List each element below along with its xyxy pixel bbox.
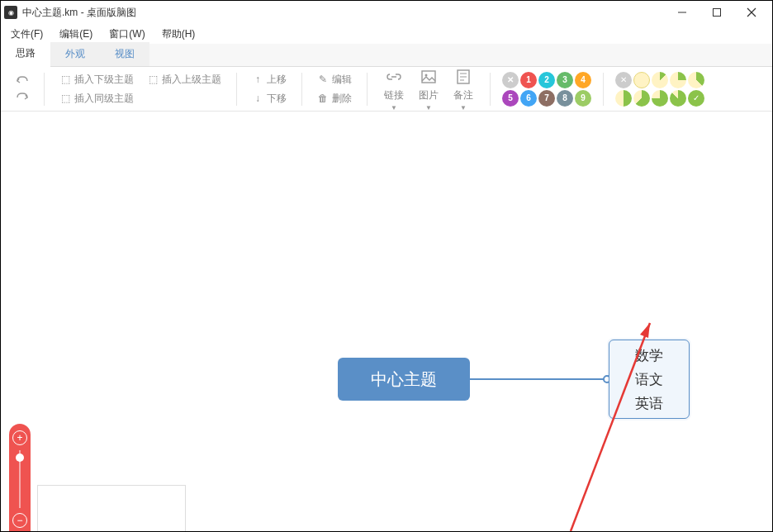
chevron-down-icon: ▼ [425,104,432,112]
delete-label: 删除 [332,92,352,106]
link-icon [384,67,404,87]
move-down-label: 下移 [267,92,287,106]
note-button[interactable]: 备注▼ [448,65,478,113]
badge-3[interactable]: 3 [557,72,573,88]
svg-marker-11 [640,323,650,338]
insert-child-label: 插入下级主题 [74,73,134,87]
move-up-button[interactable]: ↑上移 [249,71,290,88]
central-node-label: 中心主题 [371,368,437,391]
pie-0[interactable] [633,72,650,88]
insert-parent-icon: ⬚ [147,74,159,85]
app-icon: ◉ [4,6,17,19]
svg-rect-4 [422,71,435,83]
badge-6[interactable]: 6 [520,90,537,107]
status-panel [37,485,186,531]
close-button[interactable] [734,1,769,24]
central-node[interactable]: 中心主题 [338,358,470,401]
tab-appearance[interactable]: 外观 [50,42,100,66]
zoom-thumb[interactable] [16,454,24,462]
insert-child-button[interactable]: ⬚插入下级主题 [56,71,137,88]
minimize-button[interactable] [665,1,699,24]
svg-line-10 [571,323,650,531]
maximize-button[interactable] [699,1,734,24]
separator [490,73,491,106]
trash-icon: 🗑 [317,93,329,104]
insert-sibling-label: 插入同级主题 [74,92,134,106]
badge-4[interactable]: 4 [575,72,591,88]
move-up-label: 上移 [267,73,287,87]
arrow-up-icon: ↑ [252,74,263,85]
zoom-in-button[interactable]: + [12,430,27,445]
menu-help[interactable]: 帮助(H) [157,26,201,43]
chevron-down-icon: ▼ [460,104,467,112]
image-icon [419,67,439,87]
badge-1[interactable]: 1 [520,72,537,88]
insert-child-icon: ⬚ [59,74,71,85]
window-controls [665,1,769,24]
tabbar: 思路 外观 视图 [1,44,772,67]
edit-icon: ✎ [317,74,329,85]
pie-25[interactable] [670,72,686,88]
edit-label: 编辑 [332,73,352,87]
separator [44,73,45,106]
pie-62[interactable] [633,90,650,107]
pie-75[interactable] [652,90,668,107]
image-label: 图片 [419,88,439,102]
titlebar: ◉ 中心主题.km - 桌面版脑图 [1,1,772,24]
toolbar: ⬚插入下级主题 ⬚插入上级主题 ⬚插入同级主题 ↑上移 ↓下移 ✎编辑 🗑删除 … [1,67,772,112]
chevron-down-icon: ▼ [391,104,397,112]
note-label: 备注 [453,88,473,102]
note-icon [453,67,473,87]
arrow-down-icon: ↓ [252,93,263,104]
badge-7[interactable]: 7 [538,90,555,107]
pie-12[interactable] [652,72,668,88]
svg-rect-1 [714,9,721,17]
insert-sibling-icon: ⬚ [59,93,71,104]
menu-file[interactable]: 文件(F) [6,26,48,43]
redo-button[interactable] [12,90,32,105]
separator [236,73,237,106]
pie-100[interactable]: ✓ [688,90,704,107]
mindmap-canvas[interactable]: 中心主题 数学 语文 英语 + − [1,112,772,531]
zoom-out-button[interactable]: − [12,513,27,528]
move-down-button[interactable]: ↓下移 [249,90,290,107]
window-title: 中心主题.km - 桌面版脑图 [22,6,665,20]
pie-50[interactable] [615,90,632,107]
separator [603,73,604,106]
pie-clear[interactable]: ✕ [615,72,632,88]
insert-parent-button[interactable]: ⬚插入上级主题 [144,71,225,88]
image-button[interactable]: 图片▼ [414,65,443,113]
badge-clear[interactable]: ✕ [502,72,519,88]
badge-8[interactable]: 8 [557,90,573,107]
undo-button[interactable] [12,74,32,88]
link-button[interactable]: 链接▼ [379,65,409,113]
insert-sibling-button[interactable]: ⬚插入同级主题 [56,90,225,107]
priority-badges: ✕ 1 2 3 4 5 6 7 8 9 [497,72,596,107]
pie-87[interactable] [670,90,686,107]
zoom-slider[interactable] [19,450,21,508]
tab-thought[interactable]: 思路 [1,41,50,67]
pie-37[interactable] [688,72,704,88]
edit-button[interactable]: ✎编辑 [314,71,355,88]
badge-2[interactable]: 2 [538,72,555,88]
menu-window[interactable]: 窗口(W) [104,26,149,43]
badge-5[interactable]: 5 [502,90,519,107]
progress-pies: ✕ ✓ [610,72,709,107]
menubar: 文件(F) 编辑(E) 窗口(W) 帮助(H) [1,24,772,44]
insert-parent-label: 插入上级主题 [162,73,221,87]
annotation-arrow [562,316,662,531]
badge-9[interactable]: 9 [575,90,591,107]
delete-button[interactable]: 🗑删除 [314,90,355,107]
zoom-control: + − [9,424,31,531]
tab-view[interactable]: 视图 [100,42,149,66]
separator [367,73,368,106]
link-label: 链接 [384,88,404,102]
menu-edit[interactable]: 编辑(E) [55,26,97,43]
separator [301,73,302,106]
